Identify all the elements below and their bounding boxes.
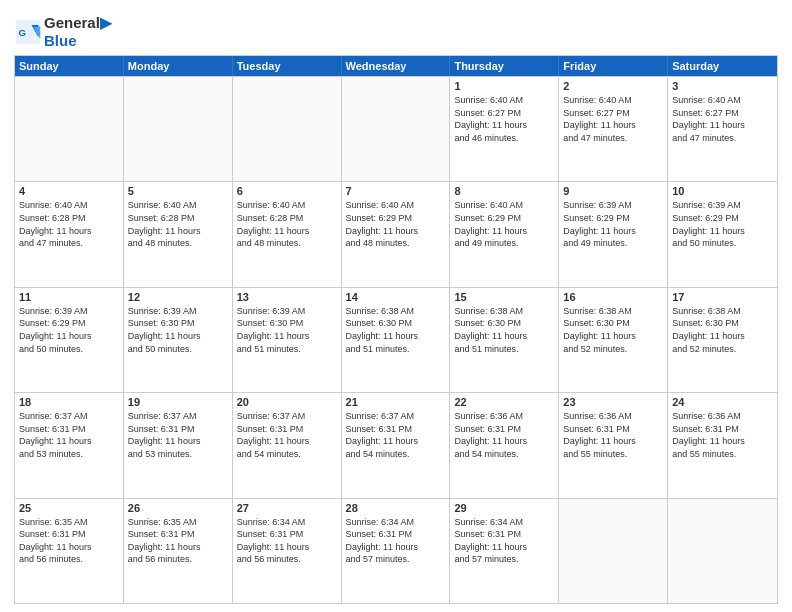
calendar-row: 18Sunrise: 6:37 AM Sunset: 6:31 PM Dayli… xyxy=(15,392,777,497)
calendar-cell xyxy=(559,499,668,603)
calendar-cell: 12Sunrise: 6:39 AM Sunset: 6:30 PM Dayli… xyxy=(124,288,233,392)
calendar-cell xyxy=(668,499,777,603)
day-info: Sunrise: 6:39 AM Sunset: 6:30 PM Dayligh… xyxy=(237,305,337,355)
calendar-cell: 9Sunrise: 6:39 AM Sunset: 6:29 PM Daylig… xyxy=(559,182,668,286)
calendar-row: 1Sunrise: 6:40 AM Sunset: 6:27 PM Daylig… xyxy=(15,76,777,181)
calendar-body: 1Sunrise: 6:40 AM Sunset: 6:27 PM Daylig… xyxy=(15,76,777,603)
calendar-cell xyxy=(233,77,342,181)
day-info: Sunrise: 6:34 AM Sunset: 6:31 PM Dayligh… xyxy=(237,516,337,566)
calendar-cell: 1Sunrise: 6:40 AM Sunset: 6:27 PM Daylig… xyxy=(450,77,559,181)
calendar-cell: 24Sunrise: 6:36 AM Sunset: 6:31 PM Dayli… xyxy=(668,393,777,497)
calendar-cell: 14Sunrise: 6:38 AM Sunset: 6:30 PM Dayli… xyxy=(342,288,451,392)
calendar-cell: 22Sunrise: 6:36 AM Sunset: 6:31 PM Dayli… xyxy=(450,393,559,497)
calendar-header-cell: Sunday xyxy=(15,56,124,76)
calendar-cell: 4Sunrise: 6:40 AM Sunset: 6:28 PM Daylig… xyxy=(15,182,124,286)
calendar-cell: 7Sunrise: 6:40 AM Sunset: 6:29 PM Daylig… xyxy=(342,182,451,286)
calendar-cell: 28Sunrise: 6:34 AM Sunset: 6:31 PM Dayli… xyxy=(342,499,451,603)
calendar-cell: 23Sunrise: 6:36 AM Sunset: 6:31 PM Dayli… xyxy=(559,393,668,497)
calendar-cell: 27Sunrise: 6:34 AM Sunset: 6:31 PM Dayli… xyxy=(233,499,342,603)
day-info: Sunrise: 6:40 AM Sunset: 6:29 PM Dayligh… xyxy=(346,199,446,249)
svg-text:G: G xyxy=(18,26,25,37)
day-number: 20 xyxy=(237,396,337,408)
day-info: Sunrise: 6:40 AM Sunset: 6:27 PM Dayligh… xyxy=(672,94,773,144)
page: G General▶ Blue SundayMondayTuesdayWedne… xyxy=(0,0,792,612)
calendar: SundayMondayTuesdayWednesdayThursdayFrid… xyxy=(14,55,778,604)
calendar-header-cell: Monday xyxy=(124,56,233,76)
day-info: Sunrise: 6:40 AM Sunset: 6:28 PM Dayligh… xyxy=(237,199,337,249)
calendar-cell: 11Sunrise: 6:39 AM Sunset: 6:29 PM Dayli… xyxy=(15,288,124,392)
day-info: Sunrise: 6:39 AM Sunset: 6:29 PM Dayligh… xyxy=(563,199,663,249)
day-info: Sunrise: 6:35 AM Sunset: 6:31 PM Dayligh… xyxy=(128,516,228,566)
day-number: 22 xyxy=(454,396,554,408)
day-number: 13 xyxy=(237,291,337,303)
day-number: 9 xyxy=(563,185,663,197)
day-number: 26 xyxy=(128,502,228,514)
day-info: Sunrise: 6:39 AM Sunset: 6:30 PM Dayligh… xyxy=(128,305,228,355)
calendar-row: 4Sunrise: 6:40 AM Sunset: 6:28 PM Daylig… xyxy=(15,181,777,286)
day-info: Sunrise: 6:40 AM Sunset: 6:28 PM Dayligh… xyxy=(19,199,119,249)
day-number: 1 xyxy=(454,80,554,92)
calendar-cell: 10Sunrise: 6:39 AM Sunset: 6:29 PM Dayli… xyxy=(668,182,777,286)
calendar-cell xyxy=(15,77,124,181)
day-number: 2 xyxy=(563,80,663,92)
day-number: 3 xyxy=(672,80,773,92)
day-number: 6 xyxy=(237,185,337,197)
calendar-cell xyxy=(342,77,451,181)
calendar-cell: 13Sunrise: 6:39 AM Sunset: 6:30 PM Dayli… xyxy=(233,288,342,392)
calendar-header-cell: Wednesday xyxy=(342,56,451,76)
day-info: Sunrise: 6:36 AM Sunset: 6:31 PM Dayligh… xyxy=(454,410,554,460)
calendar-cell: 6Sunrise: 6:40 AM Sunset: 6:28 PM Daylig… xyxy=(233,182,342,286)
day-number: 8 xyxy=(454,185,554,197)
calendar-header-row: SundayMondayTuesdayWednesdayThursdayFrid… xyxy=(15,56,777,76)
day-number: 27 xyxy=(237,502,337,514)
calendar-cell: 17Sunrise: 6:38 AM Sunset: 6:30 PM Dayli… xyxy=(668,288,777,392)
calendar-cell: 3Sunrise: 6:40 AM Sunset: 6:27 PM Daylig… xyxy=(668,77,777,181)
calendar-row: 25Sunrise: 6:35 AM Sunset: 6:31 PM Dayli… xyxy=(15,498,777,603)
calendar-cell: 2Sunrise: 6:40 AM Sunset: 6:27 PM Daylig… xyxy=(559,77,668,181)
calendar-cell: 29Sunrise: 6:34 AM Sunset: 6:31 PM Dayli… xyxy=(450,499,559,603)
day-number: 16 xyxy=(563,291,663,303)
day-number: 4 xyxy=(19,185,119,197)
calendar-cell: 21Sunrise: 6:37 AM Sunset: 6:31 PM Dayli… xyxy=(342,393,451,497)
day-info: Sunrise: 6:40 AM Sunset: 6:29 PM Dayligh… xyxy=(454,199,554,249)
day-info: Sunrise: 6:37 AM Sunset: 6:31 PM Dayligh… xyxy=(19,410,119,460)
day-number: 15 xyxy=(454,291,554,303)
day-number: 17 xyxy=(672,291,773,303)
calendar-cell: 26Sunrise: 6:35 AM Sunset: 6:31 PM Dayli… xyxy=(124,499,233,603)
day-info: Sunrise: 6:34 AM Sunset: 6:31 PM Dayligh… xyxy=(346,516,446,566)
day-number: 10 xyxy=(672,185,773,197)
day-number: 12 xyxy=(128,291,228,303)
day-number: 21 xyxy=(346,396,446,408)
calendar-header-cell: Friday xyxy=(559,56,668,76)
day-number: 23 xyxy=(563,396,663,408)
day-number: 14 xyxy=(346,291,446,303)
day-number: 19 xyxy=(128,396,228,408)
logo-icon: G xyxy=(14,18,42,46)
calendar-cell: 16Sunrise: 6:38 AM Sunset: 6:30 PM Dayli… xyxy=(559,288,668,392)
day-info: Sunrise: 6:40 AM Sunset: 6:28 PM Dayligh… xyxy=(128,199,228,249)
day-info: Sunrise: 6:39 AM Sunset: 6:29 PM Dayligh… xyxy=(19,305,119,355)
day-number: 29 xyxy=(454,502,554,514)
day-number: 18 xyxy=(19,396,119,408)
day-info: Sunrise: 6:38 AM Sunset: 6:30 PM Dayligh… xyxy=(454,305,554,355)
header: G General▶ Blue xyxy=(14,10,778,49)
day-info: Sunrise: 6:38 AM Sunset: 6:30 PM Dayligh… xyxy=(672,305,773,355)
calendar-cell: 18Sunrise: 6:37 AM Sunset: 6:31 PM Dayli… xyxy=(15,393,124,497)
day-info: Sunrise: 6:40 AM Sunset: 6:27 PM Dayligh… xyxy=(454,94,554,144)
day-info: Sunrise: 6:38 AM Sunset: 6:30 PM Dayligh… xyxy=(346,305,446,355)
day-info: Sunrise: 6:34 AM Sunset: 6:31 PM Dayligh… xyxy=(454,516,554,566)
calendar-cell xyxy=(124,77,233,181)
day-info: Sunrise: 6:36 AM Sunset: 6:31 PM Dayligh… xyxy=(672,410,773,460)
day-info: Sunrise: 6:40 AM Sunset: 6:27 PM Dayligh… xyxy=(563,94,663,144)
day-info: Sunrise: 6:36 AM Sunset: 6:31 PM Dayligh… xyxy=(563,410,663,460)
calendar-row: 11Sunrise: 6:39 AM Sunset: 6:29 PM Dayli… xyxy=(15,287,777,392)
day-number: 28 xyxy=(346,502,446,514)
logo-text: General▶ Blue xyxy=(44,14,112,49)
calendar-header-cell: Tuesday xyxy=(233,56,342,76)
calendar-cell: 15Sunrise: 6:38 AM Sunset: 6:30 PM Dayli… xyxy=(450,288,559,392)
day-info: Sunrise: 6:38 AM Sunset: 6:30 PM Dayligh… xyxy=(563,305,663,355)
day-info: Sunrise: 6:39 AM Sunset: 6:29 PM Dayligh… xyxy=(672,199,773,249)
day-info: Sunrise: 6:35 AM Sunset: 6:31 PM Dayligh… xyxy=(19,516,119,566)
day-info: Sunrise: 6:37 AM Sunset: 6:31 PM Dayligh… xyxy=(128,410,228,460)
logo: G General▶ Blue xyxy=(14,14,112,49)
